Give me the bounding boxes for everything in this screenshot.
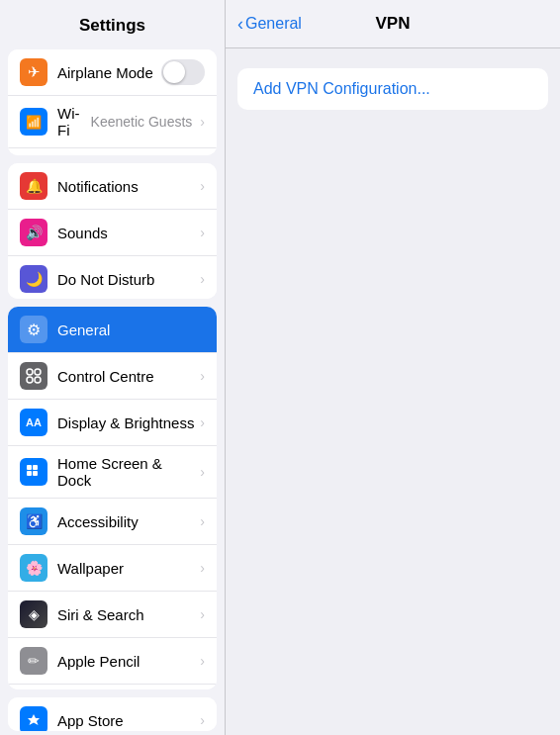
notifications-chevron: ›	[200, 178, 205, 194]
main-page-title: VPN	[376, 14, 411, 34]
notifications-label: Notifications	[57, 178, 196, 195]
sidebar-item-app-store[interactable]: App Store ›	[8, 697, 217, 731]
apple-pencil-chevron: ›	[200, 653, 205, 669]
airplane-mode-toggle[interactable]	[161, 59, 205, 85]
sidebar-item-accessibility[interactable]: ♿ Accessibility ›	[8, 499, 217, 545]
wifi-icon: 📶	[20, 108, 47, 136]
general-label: General	[57, 322, 205, 338]
add-vpn-label[interactable]: Add VPN Configuration...	[253, 80, 430, 97]
main-content: ‹ General VPN Add VPN Configuration...	[226, 0, 560, 735]
sidebar-item-wallpaper[interactable]: 🌸 Wallpaper ›	[8, 545, 217, 592]
do-not-disturb-chevron: ›	[200, 271, 205, 287]
svg-point-2	[27, 377, 33, 383]
app-store-icon	[20, 706, 47, 731]
accessibility-icon: ♿	[20, 507, 47, 535]
svg-rect-6	[27, 471, 32, 476]
do-not-disturb-icon: 🌙	[20, 265, 47, 293]
svg-rect-4	[27, 465, 32, 470]
svg-point-3	[35, 377, 41, 383]
sidebar-title: Settings	[0, 0, 225, 46]
sidebar-item-touch-id-passcode[interactable]: 👆 Touch ID & Passcode ›	[8, 685, 217, 689]
siri-search-label: Siri & Search	[57, 606, 196, 623]
sounds-label: Sounds	[57, 225, 196, 241]
wifi-label: Wi-Fi	[57, 105, 91, 138]
accessibility-label: Accessibility	[57, 513, 196, 530]
back-button[interactable]: ‹ General	[237, 14, 302, 35]
home-screen-dock-chevron: ›	[200, 464, 205, 480]
display-brightness-chevron: ›	[200, 414, 205, 430]
airplane-mode-icon: ✈	[20, 58, 47, 86]
wallpaper-icon: 🌸	[20, 554, 47, 582]
home-screen-dock-label: Home Screen & Dock	[57, 455, 196, 489]
svg-point-1	[35, 369, 41, 375]
apple-pencil-label: Apple Pencil	[57, 653, 196, 670]
siri-search-chevron: ›	[200, 606, 205, 622]
apple-pencil-icon: ✏	[20, 647, 47, 675]
wallpaper-chevron: ›	[200, 560, 205, 576]
notifications-icon: 🔔	[20, 172, 47, 200]
sidebar-item-wifi[interactable]: 📶 Wi-Fi Keenetic Guests ›	[8, 96, 217, 148]
sidebar-item-general[interactable]: ⚙ General	[8, 307, 217, 353]
add-vpn-row[interactable]: Add VPN Configuration...	[237, 68, 548, 110]
do-not-disturb-label: Do Not Disturb	[57, 271, 196, 288]
control-centre-icon	[20, 362, 47, 390]
control-centre-label: Control Centre	[57, 368, 196, 385]
svg-point-0	[27, 369, 33, 375]
back-label: General	[245, 15, 302, 33]
main-body: Add VPN Configuration...	[226, 48, 560, 130]
display-brightness-label: Display & Brightness	[57, 414, 196, 431]
airplane-mode-label: Airplane Mode	[57, 64, 155, 81]
wifi-chevron: ›	[200, 114, 205, 130]
wifi-value: Keenetic Guests	[91, 114, 193, 130]
back-chevron-icon: ‹	[237, 14, 243, 35]
sidebar-item-sounds[interactable]: 🔊 Sounds ›	[8, 210, 217, 256]
sounds-icon: 🔊	[20, 219, 47, 246]
general-section: ⚙ General Control Centre › AA Display & …	[8, 307, 217, 689]
siri-search-icon: ◈	[20, 600, 47, 628]
toggle-knob	[163, 61, 185, 83]
connectivity-section: ✈ Airplane Mode 📶 Wi-Fi Keenetic Guests …	[8, 49, 217, 155]
general-icon: ⚙	[20, 316, 47, 343]
accessibility-chevron: ›	[200, 513, 205, 529]
app-store-section: App Store ›	[8, 697, 217, 731]
sidebar-item-home-screen-dock[interactable]: Home Screen & Dock ›	[8, 446, 217, 499]
app-store-label: App Store	[57, 712, 196, 729]
svg-rect-5	[33, 465, 38, 470]
display-brightness-icon: AA	[20, 409, 47, 436]
sidebar-item-do-not-disturb[interactable]: 🌙 Do Not Disturb ›	[8, 256, 217, 299]
sidebar: Settings ✈ Airplane Mode 📶 Wi-Fi Keeneti…	[0, 0, 226, 735]
app-store-chevron: ›	[200, 712, 205, 728]
sidebar-item-apple-pencil[interactable]: ✏ Apple Pencil ›	[8, 638, 217, 685]
svg-rect-7	[33, 471, 38, 476]
system-section: 🔔 Notifications › 🔊 Sounds › 🌙 Do Not Di…	[8, 163, 217, 299]
main-header: ‹ General VPN	[226, 0, 560, 48]
sidebar-item-notifications[interactable]: 🔔 Notifications ›	[8, 163, 217, 210]
sidebar-item-bluetooth[interactable]: B Bluetooth Off ›	[8, 148, 217, 155]
sidebar-item-airplane-mode[interactable]: ✈ Airplane Mode	[8, 49, 217, 96]
sounds-chevron: ›	[200, 225, 205, 240]
wallpaper-label: Wallpaper	[57, 560, 196, 577]
sidebar-item-siri-search[interactable]: ◈ Siri & Search ›	[8, 592, 217, 638]
sidebar-item-control-centre[interactable]: Control Centre ›	[8, 353, 217, 400]
home-screen-dock-icon	[20, 458, 47, 486]
sidebar-item-display-brightness[interactable]: AA Display & Brightness ›	[8, 400, 217, 446]
control-centre-chevron: ›	[200, 368, 205, 384]
